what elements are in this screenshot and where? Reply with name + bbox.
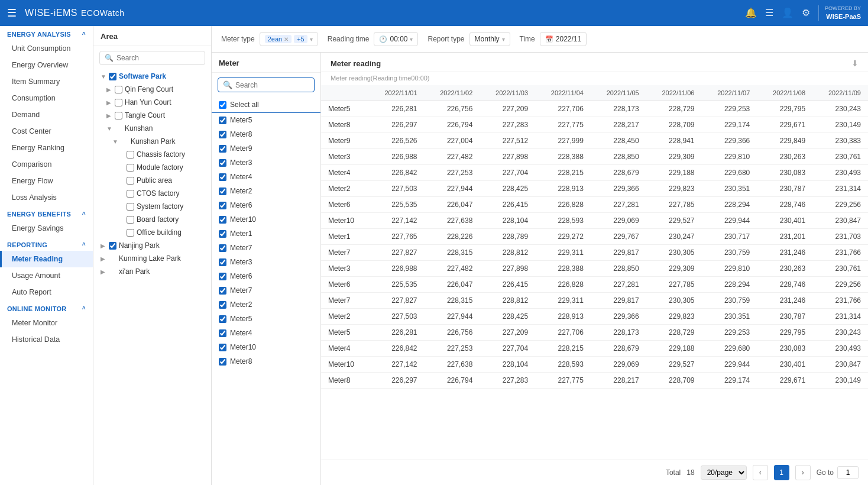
sidebar-item-meter-monitor[interactable]: Meter Monitor — [0, 315, 93, 331]
meter-list-item[interactable]: Meter4 — [212, 326, 320, 340]
tree-item-qin-feng[interactable]: ▶ Qin Feng Court — [99, 83, 211, 96]
sidebar-item-comparison[interactable]: Comparison — [0, 156, 93, 173]
select-all-checkbox[interactable] — [219, 101, 226, 109]
sidebar-section-energy-analysis[interactable]: Energy Analysis^ — [0, 26, 93, 40]
sidebar-item-demand[interactable]: Demand — [0, 106, 93, 123]
meter-list-item[interactable]: Meter1 — [212, 227, 320, 241]
meter-list-item[interactable]: Meter6 — [212, 269, 320, 283]
meter-list-item[interactable]: Meter8 — [212, 354, 320, 368]
meter-checkbox[interactable] — [219, 216, 226, 224]
meter-list-item[interactable]: Meter5 — [212, 312, 320, 326]
hamburger-icon[interactable]: ☰ — [7, 7, 17, 20]
sidebar-item-energy-savings[interactable]: Energy Savings — [0, 220, 93, 237]
sidebar-item-usage-amount[interactable]: Usage Amount — [0, 267, 93, 284]
meter-checkbox[interactable] — [219, 145, 226, 153]
tree-item-nanjing[interactable]: ▶ Nanjing Park — [93, 239, 211, 252]
sidebar-section-reporting[interactable]: Reporting^ — [0, 237, 93, 251]
meter-list-item[interactable]: Meter7 — [212, 283, 320, 298]
sidebar-item-energy-ranking[interactable]: Energy Ranking — [0, 140, 93, 156]
tree-item-ctos[interactable]: CTOS factory — [111, 187, 211, 200]
meter-checkbox[interactable] — [219, 131, 226, 138]
meter-checkbox[interactable] — [219, 344, 226, 351]
sidebar-item-energy-flow[interactable]: Energy Flow — [0, 173, 93, 189]
gear-icon[interactable]: ⚙ — [802, 7, 810, 18]
meter-checkbox[interactable] — [219, 258, 226, 266]
report-type-select[interactable]: Monthly ▾ — [469, 32, 510, 46]
meter-type-select[interactable]: 2ean ✕ +5 ▾ — [260, 32, 318, 46]
sidebar-item-item-summary[interactable]: Item Summary — [0, 73, 93, 90]
area-search-input[interactable] — [116, 54, 200, 62]
bell-icon[interactable]: 🔔 — [745, 7, 757, 18]
sidebar-item-cost-center[interactable]: Cost Center — [0, 123, 93, 140]
meter-label: Meter7 — [230, 244, 252, 252]
meter-list-item[interactable]: Meter8 — [212, 127, 320, 141]
tree-item-kunming[interactable]: ▶ Kunming Lake Park — [93, 252, 211, 265]
sidebar-section-energy-benefits[interactable]: Energy Benefits^ — [0, 206, 93, 220]
col-header-5: 2022/11/05 — [591, 85, 646, 101]
meter-checkbox[interactable] — [219, 117, 226, 124]
tree-item-board-factory[interactable]: Board factory — [111, 213, 211, 226]
area-search-box[interactable]: 🔍 — [99, 51, 205, 65]
meter-checkbox[interactable] — [219, 202, 226, 209]
sidebar-item-auto-report[interactable]: Auto Report — [0, 284, 93, 300]
meter-search-box[interactable]: 🔍 — [218, 77, 315, 92]
meter-search-input[interactable] — [235, 81, 309, 89]
sidebar-item-consumption[interactable]: Consumption — [0, 90, 93, 106]
tree-item-module[interactable]: Module factory — [111, 161, 211, 174]
per-page-select[interactable]: 20/page 10/page 50/page — [701, 465, 747, 480]
meter-checkbox[interactable] — [219, 244, 226, 252]
meter-list-item[interactable]: Meter2 — [212, 184, 320, 198]
meter-checkbox[interactable] — [219, 287, 226, 295]
meter-checkbox[interactable] — [219, 301, 226, 309]
cell-13-6: 229,823 — [646, 309, 702, 325]
tree-item-tangle[interactable]: ▶ Tangle Court — [99, 109, 211, 122]
tag-close-2ean[interactable]: ✕ — [284, 36, 289, 43]
meter-list-item[interactable]: Meter3 — [212, 156, 320, 170]
meter-list-item[interactable]: Meter5 — [212, 113, 320, 127]
meter-list-item[interactable]: Meter9 — [212, 141, 320, 156]
meter-list-item[interactable]: Meter10 — [212, 212, 320, 227]
next-page-btn[interactable]: › — [795, 465, 811, 480]
tree-item-xian[interactable]: ▶ xi'an Park — [93, 265, 211, 278]
sidebar-item-historical-data[interactable]: Historical Data — [0, 331, 93, 348]
tree-item-software-park[interactable]: ▼ Software Park — [93, 70, 211, 83]
tree-item-public-area[interactable]: Public area — [111, 174, 211, 187]
meter-checkbox[interactable] — [219, 329, 226, 337]
meter-checkbox[interactable] — [219, 187, 226, 195]
tree-item-chassis[interactable]: Chassis factory — [111, 148, 211, 161]
sidebar-item-loss-analysis[interactable]: Loss Analysis — [0, 189, 93, 206]
tree-item-kunshan[interactable]: ▼ Kunshan — [99, 122, 211, 135]
download-icon[interactable]: ⬇ — [851, 59, 859, 68]
tree-item-office-building[interactable]: Office building — [111, 226, 211, 239]
meter-list-item[interactable]: Meter4 — [212, 170, 320, 184]
reading-time-select[interactable]: 🕐 00:00 ▾ — [374, 32, 418, 46]
meter-list-item[interactable]: Meter10 — [212, 340, 320, 354]
list-icon[interactable]: ☰ — [765, 7, 773, 18]
meter-list-item[interactable]: Meter7 — [212, 241, 320, 255]
meter-checkbox[interactable] — [219, 273, 226, 280]
user-icon[interactable]: 👤 — [782, 7, 793, 18]
meter-checkbox[interactable] — [219, 173, 226, 181]
time-select[interactable]: 📅 2022/11 — [540, 32, 587, 46]
sidebar-item-energy-overview[interactable]: Energy Overview — [0, 57, 93, 73]
meter-checkbox[interactable] — [219, 358, 226, 366]
cell-2-0: Meter9 — [321, 133, 369, 149]
meter-list-item[interactable]: Meter3 — [212, 255, 320, 269]
goto-input[interactable] — [837, 466, 859, 479]
meter-checkbox[interactable] — [219, 230, 226, 238]
sidebar-section-online-monitor[interactable]: Online Monitor^ — [0, 300, 93, 315]
cell-7-5: 229,069 — [591, 213, 646, 229]
cell-17-9: 230,149 — [812, 373, 868, 389]
tree-item-system-factory[interactable]: System factory — [111, 200, 211, 213]
meter-checkbox[interactable] — [219, 159, 226, 167]
tree-item-han-yun[interactable]: ▶ Han Yun Court — [99, 96, 211, 109]
meter-select-all[interactable]: Select all — [212, 97, 320, 113]
sidebar-item-meter-reading[interactable]: Meter Reading — [0, 251, 93, 267]
page-1-btn[interactable]: 1 — [774, 465, 789, 480]
tree-item-kunshan-park[interactable]: ▼ Kunshan Park — [105, 135, 211, 148]
meter-list-item[interactable]: Meter6 — [212, 198, 320, 212]
meter-list-item[interactable]: Meter2 — [212, 298, 320, 312]
sidebar-item-unit-consumption[interactable]: Unit Consumption — [0, 40, 93, 57]
prev-page-btn[interactable]: ‹ — [753, 465, 768, 480]
meter-checkbox[interactable] — [219, 315, 226, 323]
